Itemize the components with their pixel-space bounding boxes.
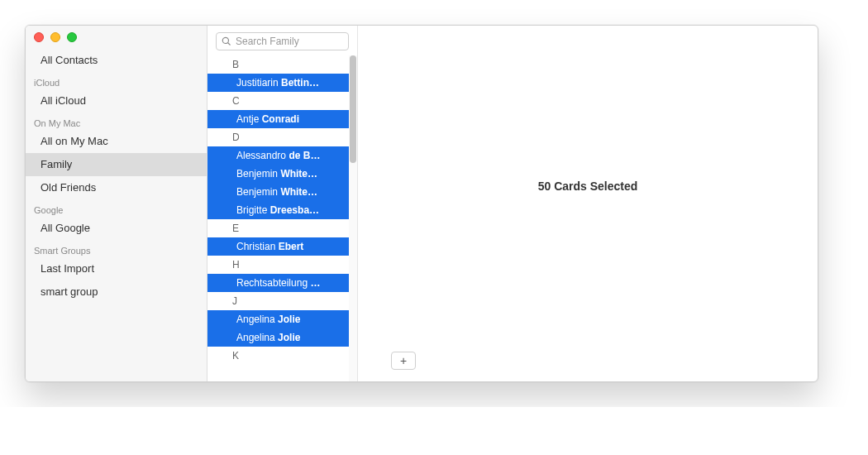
sidebar-header-onmymac: On My Mac — [26, 113, 207, 130]
selection-status: 50 Cards Selected — [358, 180, 818, 193]
scrollbar-track[interactable] — [349, 55, 357, 381]
list-section: C — [207, 92, 349, 110]
search-wrap: Search Family — [207, 26, 357, 55]
sidebar-item-all-on-my-mac[interactable]: All on My Mac — [26, 130, 207, 153]
plus-icon: + — [400, 354, 407, 367]
sidebar-item-last-import[interactable]: Last Import — [26, 257, 207, 280]
sidebar-item-smart-group[interactable]: smart group — [26, 280, 207, 304]
minimize-icon[interactable] — [50, 32, 60, 42]
list-section: B — [207, 55, 349, 74]
list-section: H — [207, 256, 349, 274]
search-icon — [222, 36, 231, 46]
sidebar-header-icloud: iCloud — [26, 72, 207, 89]
list-section: D — [207, 128, 349, 146]
contacts-list[interactable]: BJustitiarin Bettin…CAntje ConradiDAless… — [207, 55, 357, 381]
list-section: E — [207, 219, 349, 237]
sidebar-header-google: Google — [26, 199, 207, 217]
list-item[interactable]: Angelina Jolie — [207, 328, 349, 347]
list-item[interactable]: Benjemin White… — [207, 165, 349, 183]
zoom-icon[interactable] — [67, 32, 77, 42]
contacts-window: All Contacts iCloud All iCloud On My Mac… — [25, 25, 818, 382]
list-item[interactable]: Alessandro de B… — [207, 146, 349, 165]
sidebar: All Contacts iCloud All iCloud On My Mac… — [26, 26, 207, 381]
sidebar-item-all-icloud[interactable]: All iCloud — [26, 89, 207, 113]
list-item[interactable]: Antje Conradi — [207, 110, 349, 128]
list-section: K — [207, 347, 349, 365]
scrollbar-thumb[interactable] — [350, 55, 356, 163]
list-item[interactable]: Rechtsabteilung … — [207, 274, 349, 292]
list-item[interactable]: Benjemin White… — [207, 183, 349, 201]
detail-pane: 50 Cards Selected + — [358, 26, 818, 381]
list-item[interactable]: Justitiarin Bettin… — [207, 74, 349, 92]
list-section: J — [207, 292, 349, 310]
search-input[interactable]: Search Family — [216, 32, 349, 50]
list-item[interactable]: Angelina Jolie — [207, 310, 349, 328]
add-button[interactable]: + — [391, 352, 416, 370]
list-item[interactable]: Brigitte Dreesba… — [207, 201, 349, 219]
search-placeholder: Search Family — [236, 36, 299, 47]
sidebar-item-all-google[interactable]: All Google — [26, 217, 207, 240]
close-icon[interactable] — [34, 32, 44, 42]
sidebar-item-old-friends[interactable]: Old Friends — [26, 176, 207, 199]
sidebar-header-smart-groups: Smart Groups — [26, 240, 207, 257]
list-item[interactable]: Christian Ebert — [207, 237, 349, 256]
window-controls — [26, 26, 207, 49]
contacts-column: Search Family BJustitiarin Bettin…CAntje… — [207, 26, 358, 381]
sidebar-item-all-contacts[interactable]: All Contacts — [26, 49, 207, 72]
sidebar-item-family[interactable]: Family — [26, 153, 207, 176]
